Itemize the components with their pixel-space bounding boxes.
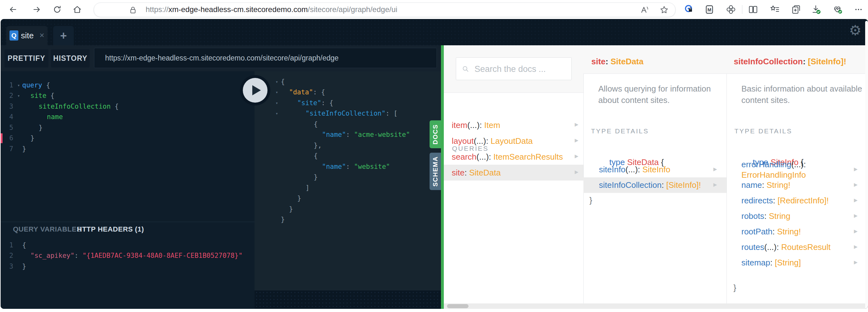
code-line[interactable]: }, [254, 140, 441, 151]
docs-search-input[interactable] [474, 58, 570, 81]
settings-gear-icon[interactable]: ⚙ [849, 23, 861, 37]
code-line[interactable]: ] [254, 182, 441, 193]
doc-column-title: site: SiteData [583, 45, 726, 74]
docs-side-tab[interactable]: DOCS [430, 120, 441, 148]
type-field-row[interactable]: sitemap: [String]▶ [726, 255, 865, 271]
expand-arrow-icon: ▶ [575, 169, 578, 175]
field-type[interactable]: [SiteInfo]! [808, 57, 846, 66]
code-line[interactable]: } [254, 204, 441, 215]
m-extension-icon[interactable]: M [704, 4, 715, 15]
response-json: ▾{▾"data": {▾"site": {▾"siteInfoCollecti… [254, 76, 441, 225]
expand-arrow-icon: ▶ [854, 197, 858, 203]
schema-side-tab[interactable]: SCHEMA [430, 153, 441, 190]
prettify-button[interactable]: PRETTIFY [4, 49, 49, 67]
execute-query-button[interactable] [240, 75, 270, 106]
code-line[interactable]: { [254, 119, 441, 130]
close-tab-icon[interactable]: × [39, 30, 44, 40]
code-line[interactable]: ▾{ [254, 76, 441, 87]
more-options-icon[interactable] [853, 4, 864, 15]
new-tab-button[interactable]: + [53, 26, 74, 45]
code-line[interactable]: } [254, 215, 441, 225]
home-icon[interactable] [72, 5, 82, 14]
docs-search-box[interactable] [456, 57, 572, 80]
toolbar-divider [742, 5, 742, 14]
type-fields-list: errorHandling(...):ErrorHandlingInfo▶nam… [726, 162, 865, 271]
fold-arrow-icon[interactable]: ▾ [273, 111, 281, 116]
fold-arrow-icon[interactable]: ▾ [15, 83, 22, 88]
query-tab-site[interactable]: Q site × [6, 26, 48, 45]
fold-arrow-icon[interactable]: ▾ [273, 101, 281, 106]
field-type[interactable]: SiteData [611, 57, 644, 66]
code-line[interactable]: 1▾query { [1, 80, 254, 91]
refresh-icon[interactable] [53, 5, 62, 14]
code-line[interactable]: 5} [1, 122, 254, 133]
type-field-row[interactable]: siteInfoCollection: [SiteInfo]!▶ [583, 177, 726, 193]
http-headers-tab[interactable]: HTTP HEADERS (1) [77, 225, 144, 233]
fold-arrow-icon[interactable]: ▾ [273, 79, 281, 84]
query-editor[interactable]: 1▾query {2▾site {3siteInfoCollection {4n… [1, 71, 254, 309]
expand-arrow-icon: ▶ [713, 182, 717, 188]
forward-icon[interactable] [32, 5, 41, 14]
plus-icon: + [60, 29, 67, 42]
doc-column-title: siteInfoCollection: [SiteInfo]! [726, 45, 865, 74]
scrollbar-thumb[interactable] [447, 304, 468, 308]
docs-divider[interactable] [441, 45, 444, 309]
code-line[interactable]: 3siteInfoCollection { [1, 101, 254, 112]
expand-arrow-icon: ▶ [575, 122, 578, 127]
query-item[interactable]: site: SiteData▶ [444, 165, 583, 180]
code-line[interactable]: "name": "website" [254, 161, 441, 172]
page-scrollbar[interactable] [865, 21, 868, 309]
query-variables-tab[interactable]: QUERY VARIABLES [13, 225, 81, 233]
fold-arrow-icon[interactable]: ▾ [15, 93, 22, 98]
code-line[interactable]: } [254, 172, 441, 183]
docs-horizontal-scrollbar[interactable] [444, 304, 865, 309]
type-field-row[interactable]: errorHandling(...):ErrorHandlingInfo▶ [726, 162, 865, 177]
type-field-row[interactable]: robots: String▶ [726, 208, 865, 224]
code-line[interactable]: 3} [1, 261, 254, 272]
type-field-row[interactable]: rootPath: String!▶ [726, 224, 865, 239]
type-field-row[interactable]: routes(...): RoutesResult▶ [726, 239, 865, 255]
split-screen-icon[interactable] [748, 4, 758, 15]
collections-icon[interactable] [791, 4, 802, 15]
query-editor-code[interactable]: 1▾query {2▾site {3siteInfoCollection {4n… [1, 80, 254, 154]
favorite-star-icon[interactable] [659, 5, 669, 15]
query-item[interactable]: item(...): Item▶ [444, 117, 583, 133]
closing-brace: } [734, 283, 736, 293]
code-line[interactable]: 4name [1, 112, 254, 122]
code-line[interactable]: ▾"data": { [254, 87, 441, 98]
favorites-bar-icon[interactable] [769, 4, 780, 15]
browser-essentials-icon[interactable] [832, 4, 843, 15]
expand-arrow-icon: ▶ [854, 228, 858, 234]
back-icon[interactable] [8, 5, 18, 14]
password-manager-icon[interactable] [684, 4, 694, 15]
graphiql-toolbar: PRETTIFY HISTORY [1, 45, 441, 71]
url-text[interactable]: https://xm-edge-headless-cm.sitecoredemo… [146, 5, 397, 14]
downloads-icon[interactable] [811, 4, 822, 15]
expand-arrow-icon: ▶ [854, 213, 858, 219]
code-line[interactable]: { [254, 151, 441, 162]
read-aloud-icon[interactable] [640, 5, 649, 15]
type-field-row[interactable]: name: String!▶ [726, 177, 865, 193]
http-headers-editor[interactable]: 1{2"sc_apikey": "{1AEDB7AC-9384-48A0-8AE… [1, 240, 254, 272]
type-field-row[interactable]: siteInfo(...): SiteInfo▶ [583, 162, 726, 177]
type-field-row[interactable]: redirects: [RedirectInfo]!▶ [726, 193, 865, 208]
query-item[interactable]: layout(...): LayoutData▶ [444, 133, 583, 149]
code-line[interactable]: 2▾site { [1, 91, 254, 102]
code-line[interactable]: ▾"site": { [254, 97, 441, 108]
code-line[interactable]: 2"sc_apikey": "{1AEDB7AC-9384-48A0-8AEF-… [1, 251, 254, 261]
fold-arrow-icon[interactable]: ▾ [273, 90, 281, 95]
code-line[interactable]: } [254, 193, 441, 204]
history-button[interactable]: HISTORY [51, 49, 90, 67]
code-line[interactable]: 1{ [1, 240, 254, 251]
response-panel[interactable]: ▾{▾"data": {▾"site": {▾"siteInfoCollecti… [254, 71, 441, 290]
code-line[interactable]: ▾"siteInfoCollection": [ [254, 108, 441, 119]
extensions-icon[interactable] [725, 4, 736, 15]
code-line[interactable]: 6} [1, 133, 254, 144]
field-name: siteInfoCollection [734, 57, 803, 66]
query-item[interactable]: search(...): ItemSearchResults▶ [444, 149, 583, 165]
code-line[interactable]: 7} [1, 143, 254, 154]
doc-column-siteinfocollection: siteInfoCollection: [SiteInfo]! Basic in… [726, 45, 865, 309]
code-line[interactable]: "name": "acme-website" [254, 130, 441, 140]
endpoint-input[interactable] [94, 48, 437, 68]
queries-list: item(...): Item▶layout(...): LayoutData▶… [444, 117, 583, 180]
